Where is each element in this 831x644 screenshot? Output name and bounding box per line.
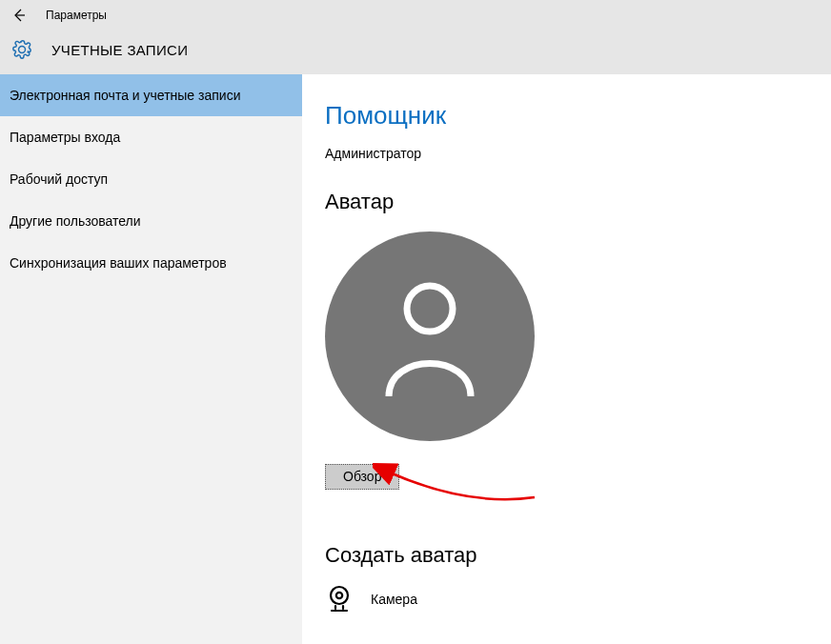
create-avatar-heading: Создать аватар	[325, 543, 831, 568]
sidebar-item-sync-settings[interactable]: Синхронизация ваших параметров	[0, 242, 302, 284]
browse-button[interactable]: Обзор	[325, 464, 399, 490]
sidebar-item-label: Параметры входа	[10, 130, 120, 145]
body: Электронная почта и учетные записи Парам…	[0, 74, 831, 644]
arrow-left-icon	[11, 8, 27, 23]
sidebar-item-label: Другие пользователи	[10, 213, 141, 229]
person-icon	[377, 274, 482, 398]
section-header: УЧЕТНЫЕ ЗАПИСИ	[0, 30, 831, 74]
avatar-heading: Аватар	[325, 190, 831, 214]
camera-option[interactable]: Камера	[325, 585, 831, 614]
app-title: Параметры	[46, 9, 107, 22]
sidebar-item-other-users[interactable]: Другие пользователи	[0, 200, 302, 242]
svg-point-1	[407, 286, 453, 332]
sidebar-item-email-accounts[interactable]: Электронная почта и учетные записи	[0, 74, 302, 116]
user-name: Помощник	[325, 101, 831, 131]
user-role: Администратор	[325, 146, 831, 161]
camera-label: Камера	[371, 592, 417, 607]
title-bar: Параметры	[0, 0, 831, 30]
sidebar-item-label: Синхронизация ваших параметров	[10, 255, 227, 271]
svg-point-3	[331, 587, 348, 604]
sidebar: Электронная почта и учетные записи Парам…	[0, 74, 302, 644]
sidebar-item-work-access[interactable]: Рабочий доступ	[0, 158, 302, 200]
svg-point-4	[336, 593, 342, 598]
sidebar-item-label: Электронная почта и учетные записи	[10, 88, 240, 103]
section-title: УЧЕТНЫЕ ЗАПИСИ	[51, 42, 188, 58]
back-button[interactable]	[6, 2, 32, 29]
sidebar-item-label: Рабочий доступ	[10, 171, 108, 187]
content-pane: Помощник Администратор Аватар Обзор Созд…	[302, 74, 831, 644]
browse-button-label: Обзор	[343, 469, 381, 484]
sidebar-item-signin-options[interactable]: Параметры входа	[0, 116, 302, 158]
gear-icon	[11, 39, 32, 60]
avatar	[325, 231, 535, 441]
camera-icon	[325, 585, 354, 614]
